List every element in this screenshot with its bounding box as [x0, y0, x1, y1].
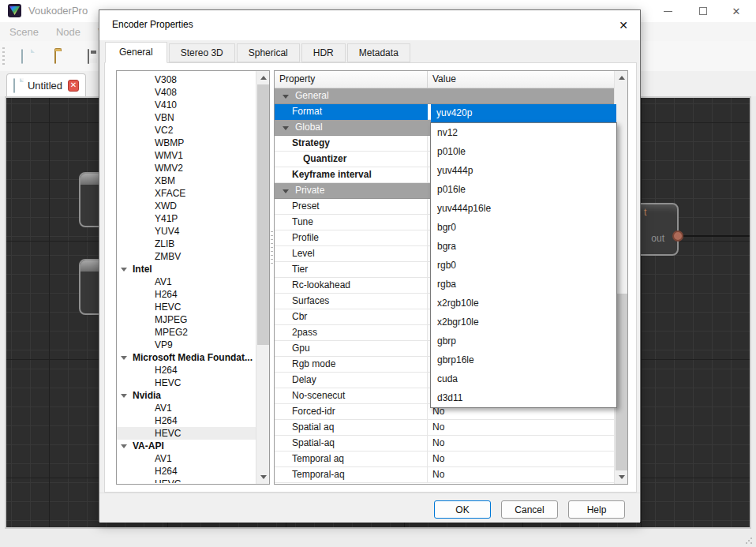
dialog-titlebar: Encoder Properties ✕ [99, 10, 640, 40]
encoder-list-item[interactable]: H264 [117, 288, 256, 301]
dialog-tab[interactable]: Metadata [347, 43, 410, 62]
dropdown-option[interactable]: bgra [431, 237, 616, 256]
scroll-down-icon[interactable] [615, 470, 628, 484]
open-folder-icon[interactable] [54, 50, 67, 63]
property-row[interactable]: Spatial-aq No [275, 436, 614, 451]
encoder-list-item[interactable]: V308 [117, 73, 256, 86]
table-header: Property Value [275, 71, 614, 88]
dropdown-option[interactable]: p010le [431, 142, 616, 161]
encoder-list-item[interactable]: MJPEG [117, 313, 256, 326]
scroll-thumb[interactable] [257, 84, 269, 345]
encoder-list-item[interactable]: H264 [117, 364, 256, 377]
dropdown-option[interactable]: x2rgb10le [431, 294, 616, 313]
encoder-list-item[interactable]: Y41P [117, 212, 256, 225]
minimize-button[interactable] [654, 0, 681, 22]
document-tab[interactable]: Untitled ✕ [6, 73, 86, 96]
scroll-thumb[interactable] [616, 294, 627, 470]
property-value[interactable]: No [428, 436, 614, 451]
property-row[interactable]: Temporal-aq No [275, 467, 614, 483]
dialog-tab[interactable]: HDR [301, 43, 346, 62]
encoder-list-item[interactable]: Nvidia [117, 389, 256, 402]
menu-item[interactable]: Node [56, 26, 80, 38]
dropdown-option[interactable]: rgba [431, 275, 616, 294]
property-row[interactable]: Spatial aq No [275, 420, 614, 436]
dialog-button[interactable]: Help [568, 500, 625, 519]
format-dropdown-list: nv12p010leyuv444pp016leyuv444p16lebgr0bg… [430, 122, 617, 408]
encoder-list-item[interactable]: WBMP [117, 137, 256, 149]
property-value[interactable]: No [428, 420, 614, 436]
scroll-down-icon[interactable] [256, 470, 270, 484]
property-value[interactable]: No [428, 467, 614, 483]
encoder-list-item[interactable]: V408 [117, 86, 256, 99]
property-name: Delay [275, 373, 428, 388]
dropdown-option[interactable]: nv12 [431, 123, 616, 142]
property-name: Temporal aq [275, 451, 428, 467]
encoder-list-item[interactable]: XWD [117, 200, 256, 212]
resize-grip[interactable] [745, 537, 753, 545]
encoder-list-item[interactable]: Microsoft Media Foundat... [117, 351, 256, 364]
encoder-list-item[interactable]: ZLIB [117, 238, 256, 250]
dialog-tab[interactable]: General [105, 42, 167, 63]
dropdown-option[interactable]: x2bgr10le [431, 313, 616, 332]
dropdown-option[interactable]: cuda [431, 369, 616, 388]
dropdown-option[interactable]: p016le [431, 180, 616, 199]
encoder-list-item[interactable]: AV1 [117, 452, 256, 465]
encoder-list-item[interactable]: HEVC [117, 478, 256, 483]
encoder-list-item[interactable]: HEVC [117, 427, 256, 440]
encoder-list-item[interactable]: HEVC [117, 301, 256, 313]
dialog-tab[interactable]: Stereo 3D [169, 43, 235, 62]
scroll-up-icon[interactable] [256, 71, 270, 84]
property-value[interactable]: No [428, 451, 614, 467]
encoder-list-item[interactable]: WMV2 [117, 162, 256, 174]
format-combobox-selected[interactable]: yuv420p [431, 104, 616, 122]
maximize-button[interactable] [690, 0, 717, 22]
toolbar-grip[interactable] [2, 47, 5, 65]
dialog-tab[interactable]: Spherical [237, 43, 300, 62]
encoder-list-item[interactable]: VA-API [117, 440, 256, 452]
dropdown-option[interactable]: yuv444p [431, 161, 616, 180]
property-row[interactable]: General [275, 88, 614, 104]
dropdown-option[interactable]: gbrp [431, 332, 616, 350]
encoder-list-item[interactable]: XFACE [117, 187, 256, 200]
value-column-header[interactable]: Value [428, 71, 614, 88]
encoder-list-item[interactable]: AV1 [117, 402, 256, 414]
encoder-list-item[interactable]: H264 [117, 465, 256, 478]
encoder-list-item[interactable]: H264 [117, 414, 256, 427]
tab-close-icon[interactable]: ✕ [68, 80, 79, 92]
document-tab-label: Untitled [28, 80, 62, 92]
dropdown-option[interactable]: bgr0 [431, 218, 616, 237]
property-row[interactable]: Temporal aq No [275, 451, 614, 467]
dropdown-option[interactable]: gbrp16le [431, 350, 616, 369]
encoder-list-item[interactable]: MPEG2 [117, 326, 256, 339]
app-logo-icon [8, 4, 21, 17]
encoder-list-item[interactable]: AV1 [117, 275, 256, 288]
node-output-port[interactable] [672, 230, 683, 242]
property-name: 2pass [275, 325, 428, 341]
encoder-list-item[interactable]: XBM [117, 174, 256, 187]
menu-item[interactable]: Scene [9, 26, 39, 38]
dropdown-option[interactable]: rgb0 [431, 256, 616, 275]
encoder-list-item[interactable]: WMV1 [117, 149, 256, 162]
encoder-list-item[interactable]: Intel [117, 263, 256, 275]
scroll-up-icon[interactable] [615, 71, 628, 84]
dialog-button[interactable]: Cancel [501, 500, 558, 519]
property-name: Cbr [275, 309, 428, 325]
encoder-list-item[interactable]: V410 [117, 99, 256, 111]
splitter-handle[interactable] [271, 231, 273, 264]
new-file-icon[interactable] [21, 50, 34, 63]
property-column-header[interactable]: Property [275, 71, 428, 88]
dropdown-option[interactable]: d3d11 [431, 388, 616, 407]
encoder-list-item[interactable]: YUV4 [117, 225, 256, 238]
encoder-list-item[interactable]: VC2 [117, 124, 256, 137]
dialog-close-icon[interactable]: ✕ [615, 17, 632, 34]
encoder-list-item[interactable]: VBN [117, 111, 256, 124]
encoder-list-item[interactable]: VP9 [117, 339, 256, 351]
dropdown-option[interactable]: yuv444p16le [431, 199, 616, 218]
encoder-list-scrollbar[interactable] [256, 71, 269, 484]
property-name: No-scenecut [275, 388, 428, 404]
encoder-list-item[interactable]: HEVC [117, 377, 256, 389]
close-window-button[interactable]: ✕ [723, 0, 750, 22]
encoder-list-item[interactable]: ZMBV [117, 250, 256, 263]
node-title-fragment: t [644, 207, 646, 218]
dialog-button[interactable]: OK [434, 500, 491, 519]
